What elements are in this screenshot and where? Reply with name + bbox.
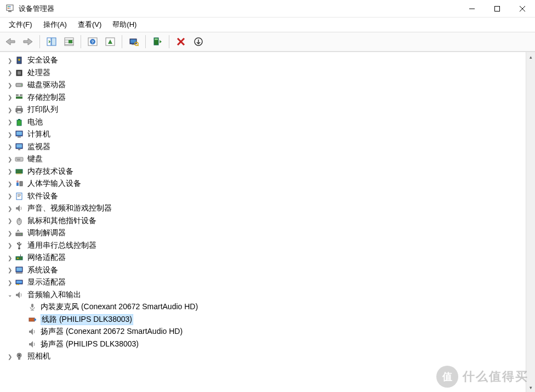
- chevron-right-icon[interactable]: ❯: [5, 132, 14, 138]
- svg-rect-11: [52, 38, 56, 46]
- svg-rect-44: [18, 119, 20, 120]
- tree-node-computer[interactable]: ❯ 计算机: [0, 128, 526, 141]
- chevron-right-icon[interactable]: ❯: [5, 144, 14, 150]
- uninstall-device-button[interactable]: [173, 33, 189, 50]
- svg-rect-87: [18, 284, 19, 285]
- svg-rect-50: [18, 149, 20, 150]
- tree-node-monitor[interactable]: ❯ 监视器: [0, 141, 526, 154]
- scroll-up-arrow[interactable]: ▴: [526, 52, 535, 61]
- chevron-right-icon[interactable]: ❯: [5, 168, 14, 174]
- vertical-scrollbar[interactable]: ▴ ▾: [526, 52, 535, 392]
- minimize-button[interactable]: [459, 0, 485, 17]
- view-button[interactable]: [61, 33, 77, 50]
- close-button[interactable]: [510, 0, 535, 17]
- chevron-right-icon[interactable]: ❯: [5, 242, 14, 248]
- chevron-right-icon[interactable]: ❯: [5, 193, 14, 199]
- software-icon: [14, 192, 24, 201]
- tree-label: 照相机: [27, 351, 50, 361]
- tree-label: 音频输入和输出: [27, 290, 81, 300]
- tree-area: ❯ 安全设备 ❯ 处理器 ❯ 磁盘驱动器 ❯ 存储控制器 ❯ 打印队列 ❯: [0, 52, 535, 392]
- svg-rect-3: [8, 8, 9, 9]
- tree-node-storage[interactable]: ❯ 存储控制器: [0, 92, 526, 104]
- storage-icon: [14, 93, 24, 102]
- chevron-right-icon[interactable]: ❯: [5, 107, 14, 113]
- help-button[interactable]: ?: [84, 33, 101, 50]
- enable-device-button[interactable]: [149, 33, 166, 50]
- tree-node-system[interactable]: ❯ 系统设备: [0, 264, 526, 277]
- menu-file[interactable]: 文件(F): [3, 18, 38, 31]
- svg-rect-77: [20, 243, 21, 245]
- svg-rect-37: [16, 96, 22, 99]
- menu-action[interactable]: 操作(A): [38, 18, 72, 31]
- tree-node-battery[interactable]: ❯ 电池: [0, 116, 526, 129]
- chevron-right-icon[interactable]: ❯: [5, 255, 14, 261]
- svg-text:?: ?: [92, 39, 94, 44]
- chevron-right-icon[interactable]: ❯: [5, 119, 14, 125]
- tree-label: 鼠标和其他指针设备: [27, 216, 96, 226]
- tree-node-software[interactable]: ❯ 软件设备: [0, 190, 526, 203]
- tree-node-camera[interactable]: ❯ 照相机: [0, 350, 526, 363]
- chevron-right-icon[interactable]: ❯: [5, 70, 14, 76]
- chevron-right-icon[interactable]: ❯: [5, 267, 14, 273]
- tree-node-audio-spk1[interactable]: 扬声器 (Conexant 20672 SmartAudio HD): [0, 326, 526, 338]
- chevron-right-icon[interactable]: ❯: [5, 94, 14, 100]
- tree-node-security[interactable]: ❯ 安全设备: [0, 54, 526, 67]
- menu-help[interactable]: 帮助(H): [107, 18, 142, 31]
- chevron-down-icon[interactable]: ⌄: [5, 292, 14, 298]
- chevron-right-icon[interactable]: ❯: [5, 280, 14, 286]
- menu-view[interactable]: 查看(V): [72, 18, 107, 31]
- scroll-down-arrow[interactable]: ▾: [526, 383, 535, 392]
- tree-node-memory[interactable]: ❯ 内存技术设备: [0, 166, 526, 178]
- svg-point-76: [17, 243, 18, 244]
- tree-node-disk[interactable]: ❯ 磁盘驱动器: [0, 79, 526, 92]
- tree-node-mouse[interactable]: ❯ 鼠标和其他指针设备: [0, 215, 526, 228]
- tree-node-audio-spk2[interactable]: 扬声器 (PHILIPS DLK38003): [0, 338, 526, 351]
- svg-rect-58: [16, 173, 17, 174]
- toolbar-separator: [122, 35, 122, 48]
- tree-label: 人体学输入设备: [27, 179, 81, 189]
- tree-node-display[interactable]: ❯ 显示适配器: [0, 276, 526, 289]
- tree-node-sound[interactable]: ❯ 声音、视频和游戏控制器: [0, 202, 526, 215]
- device-tree[interactable]: ❯ 安全设备 ❯ 处理器 ❯ 磁盘驱动器 ❯ 存储控制器 ❯ 打印队列 ❯: [0, 52, 526, 392]
- tree-node-keyboard[interactable]: ❯ 键盘: [0, 153, 526, 166]
- chevron-right-icon[interactable]: ❯: [5, 58, 14, 64]
- tree-node-print[interactable]: ❯ 打印队列: [0, 104, 526, 116]
- tree-node-cpu[interactable]: ❯ 处理器: [0, 67, 526, 79]
- tree-node-hid[interactable]: ❯ 人体学输入设备: [0, 178, 526, 190]
- scan-hardware-button[interactable]: [126, 33, 142, 50]
- chevron-right-icon[interactable]: ❯: [5, 181, 14, 187]
- maximize-button[interactable]: [485, 0, 510, 17]
- tree-node-audio-mic[interactable]: 内装麦克风 (Conexant 20672 SmartAudio HD): [0, 301, 526, 314]
- tree-node-audio[interactable]: ⌄ 音频输入和输出: [0, 289, 526, 302]
- chevron-right-icon[interactable]: ❯: [5, 156, 14, 162]
- svg-rect-59: [18, 173, 18, 174]
- properties-button[interactable]: [102, 33, 118, 50]
- show-hide-tree-button[interactable]: [43, 33, 60, 50]
- svg-rect-78: [16, 257, 22, 260]
- tree-label: 软件设备: [27, 191, 58, 201]
- back-button[interactable]: [2, 33, 19, 50]
- svg-rect-39: [20, 94, 22, 96]
- chevron-right-icon[interactable]: ❯: [5, 230, 14, 236]
- tree-node-modem[interactable]: ❯ 调制解调器: [0, 227, 526, 240]
- chevron-right-icon[interactable]: ❯: [5, 206, 14, 212]
- svg-rect-47: [18, 137, 21, 138]
- menubar: 文件(F) 操作(A) 查看(V) 帮助(H): [0, 18, 535, 32]
- svg-rect-85: [16, 281, 22, 283]
- update-driver-button[interactable]: [190, 33, 207, 50]
- svg-point-63: [16, 180, 19, 183]
- forward-button[interactable]: [20, 33, 36, 50]
- tree-label: 键盘: [27, 154, 43, 164]
- toolbar-separator: [145, 35, 146, 48]
- chevron-right-icon[interactable]: ❯: [5, 218, 14, 224]
- titlebar: 设备管理器: [0, 0, 535, 18]
- svg-point-74: [18, 247, 20, 249]
- tree-node-usb[interactable]: ❯ 通用串行总线控制器: [0, 240, 526, 252]
- tree-node-network[interactable]: ❯ 网络适配器: [0, 252, 526, 264]
- chevron-right-icon[interactable]: ❯: [5, 82, 14, 88]
- scroll-track[interactable]: [526, 61, 535, 383]
- tree-node-audio-line[interactable]: 线路 (PHILIPS DLK38003): [0, 314, 526, 326]
- svg-point-94: [18, 354, 20, 356]
- toolbar-separator: [81, 35, 81, 48]
- chevron-right-icon[interactable]: ❯: [5, 354, 14, 360]
